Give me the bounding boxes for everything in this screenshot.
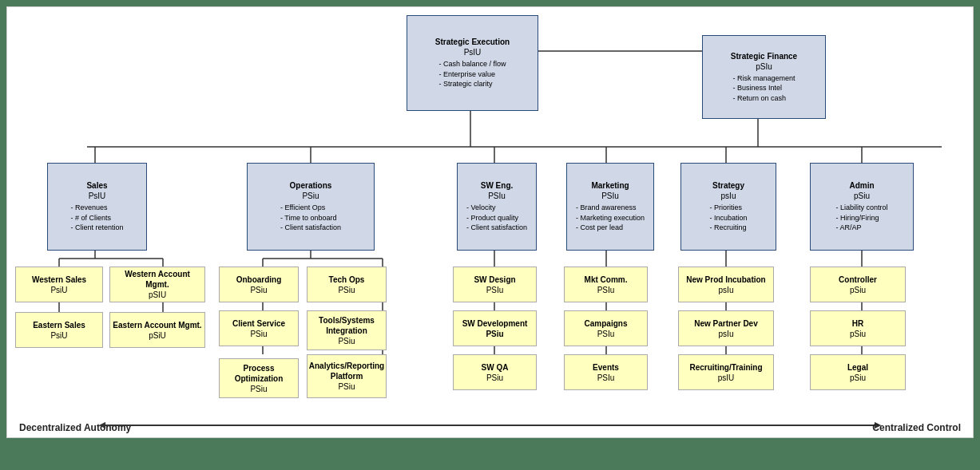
controller-subtitle: pSiu — [850, 285, 866, 295]
campaigns-title: Campaigns — [585, 318, 628, 329]
tools-systems-box: Tools/Systems Integration PSiu — [307, 310, 387, 350]
eastern-sales-box: Eastern Sales PsiU — [15, 312, 103, 348]
controller-box: Controller pSiu — [810, 267, 906, 302]
sales-title: Sales — [86, 180, 107, 191]
sw-design-box: SW Design PSIu — [453, 267, 537, 302]
new-prod-incubation-box: New Prod Incubation psIu — [678, 267, 774, 302]
new-partner-dev-title: New Partner Dev — [694, 318, 757, 329]
mkt-comm-box: Mkt Comm. PSIu — [564, 267, 648, 302]
new-partner-dev-subtitle: psIu — [719, 329, 734, 339]
onboarding-box: Onboarding PSiu — [219, 267, 299, 302]
tools-systems-subtitle: PSiu — [338, 336, 355, 346]
sw-qa-subtitle: PSiu — [486, 373, 503, 383]
strategic-execution-subtitle: PsIU — [464, 47, 482, 57]
eastern-sales-title: Eastern Sales — [33, 320, 85, 330]
western-account-box: Western Account Mgmt. pSIU — [109, 267, 205, 302]
org-chart: Strategic Execution PsIU - Cash balance … — [6, 6, 974, 438]
marketing-title: Marketing — [591, 180, 629, 191]
admin-bullets: - Liability control- Hiring/Firing- AR/A… — [835, 203, 887, 233]
analytics-reporting-subtitle: PSiu — [338, 381, 355, 392]
legal-box: Legal pSiu — [810, 354, 906, 390]
sw-design-subtitle: PSIu — [486, 285, 504, 295]
process-optimization-box: Process Optimization PSiu — [219, 358, 299, 398]
mkt-comm-title: Mkt Comm. — [585, 274, 628, 285]
analytics-reporting-box: Analytics/Reporting Platform PSiu — [307, 354, 387, 398]
recruiting-training-subtitle: psIU — [718, 373, 735, 383]
campaigns-box: Campaigns PSIu — [564, 310, 648, 346]
legal-title: Legal — [847, 362, 868, 373]
sw-eng-title: SW Eng. — [481, 180, 514, 191]
sw-development-title: SW Development PSiu — [456, 318, 534, 339]
events-subtitle: PSIu — [597, 373, 615, 383]
campaigns-subtitle: PSIu — [597, 329, 615, 339]
admin-title: Admin — [849, 180, 874, 191]
sales-box: Sales PsIU - Revenues- # of Clients- Cli… — [47, 163, 147, 251]
sw-development-box: SW Development PSiu — [453, 310, 537, 346]
arrow-line — [103, 425, 877, 426]
chart-inner: Strategic Execution PsIU - Cash balance … — [7, 7, 973, 437]
sw-qa-title: SW QA — [482, 362, 509, 373]
client-service-box: Client Service PSiu — [219, 310, 299, 346]
strategic-finance-bullets: - Risk management- Business Intel- Retur… — [732, 73, 795, 104]
western-sales-box: Western Sales PsiU — [15, 267, 103, 302]
eastern-sales-subtitle: PsiU — [50, 330, 67, 341]
events-box: Events PSIu — [564, 354, 648, 390]
western-sales-title: Western Sales — [32, 274, 86, 285]
process-optimization-title: Process Optimization — [222, 363, 296, 384]
eastern-account-title: Eastern Account Mgmt. — [113, 320, 201, 330]
tools-systems-title: Tools/Systems Integration — [310, 315, 383, 336]
operations-subtitle: PSiu — [302, 191, 319, 201]
hr-box: HR pSiu — [810, 310, 906, 346]
western-sales-subtitle: PsiU — [50, 285, 67, 295]
strategic-finance-box: Strategic Finance pSIu - Risk management… — [702, 35, 826, 119]
eastern-account-subtitle: pSiU — [149, 330, 166, 341]
sales-bullets: - Revenues- # of Clients- Client retenti… — [70, 203, 123, 233]
strategic-finance-title: Strategic Finance — [731, 51, 797, 61]
client-service-subtitle: PSiu — [250, 329, 267, 339]
client-service-title: Client Service — [232, 318, 285, 329]
new-partner-dev-box: New Partner Dev psIu — [678, 310, 774, 346]
hr-subtitle: pSiu — [850, 329, 866, 339]
sw-design-title: SW Design — [474, 274, 515, 285]
recruiting-training-box: Recruiting/Training psIU — [678, 354, 774, 390]
onboarding-title: Onboarding — [236, 274, 282, 285]
hr-title: HR — [852, 318, 863, 329]
marketing-subtitle: PSIu — [601, 191, 619, 201]
diagram-container: Strategic Execution PsIU - Cash balance … — [0, 0, 980, 470]
operations-title: Operations — [290, 180, 332, 191]
strategy-box: Strategy psIu - Priorities- Incubation- … — [680, 163, 776, 251]
controller-title: Controller — [839, 274, 877, 285]
strategic-execution-box: Strategic Execution PsIU - Cash balance … — [407, 15, 538, 111]
sales-subtitle: PsIU — [89, 191, 106, 201]
bottom-right-label: Centralized Control — [872, 422, 961, 433]
analytics-reporting-title: Analytics/Reporting Platform — [309, 361, 384, 381]
strategy-subtitle: psIu — [721, 191, 736, 201]
marketing-box: Marketing PSIu - Brand awareness- Market… — [566, 163, 654, 251]
operations-bullets: - Efficient Ops- Time to onboard- Client… — [280, 203, 341, 233]
process-optimization-subtitle: PSiu — [250, 384, 267, 394]
strategy-title: Strategy — [712, 180, 744, 191]
admin-box: Admin pSiu - Liability control- Hiring/F… — [810, 163, 914, 251]
mkt-comm-subtitle: PSIu — [597, 285, 615, 295]
new-prod-incubation-title: New Prod Incubation — [686, 274, 765, 285]
strategic-finance-subtitle: pSIu — [756, 61, 772, 72]
legal-subtitle: pSiu — [850, 373, 866, 383]
sw-eng-box: SW Eng. PSIu - Velocity- Product quality… — [457, 163, 537, 251]
western-account-subtitle: pSIU — [149, 290, 166, 300]
eastern-account-box: Eastern Account Mgmt. pSiU — [109, 312, 205, 348]
sw-eng-bullets: - Velocity- Product quality- Client sati… — [466, 203, 527, 233]
strategy-bullets: - Priorities- Incubation- Recruiting — [709, 203, 747, 233]
western-account-title: Western Account Mgmt. — [113, 269, 202, 290]
tech-ops-title: Tech Ops — [329, 274, 365, 285]
sw-qa-box: SW QA PSiu — [453, 354, 537, 390]
tech-ops-box: Tech Ops PSiu — [307, 267, 387, 302]
new-prod-incubation-subtitle: psIu — [719, 285, 734, 295]
sw-eng-subtitle: PSIu — [488, 191, 506, 201]
admin-subtitle: pSiu — [854, 191, 870, 201]
strategic-execution-title: Strategic Execution — [435, 37, 510, 47]
marketing-bullets: - Brand awareness- Marketing execution- … — [576, 203, 645, 233]
operations-box: Operations PSiu - Efficient Ops- Time to… — [247, 163, 375, 251]
events-title: Events — [593, 362, 619, 373]
strategic-execution-bullets: - Cash balance / flow- Enterprise value-… — [438, 59, 506, 89]
tech-ops-subtitle: PSiu — [338, 285, 355, 295]
